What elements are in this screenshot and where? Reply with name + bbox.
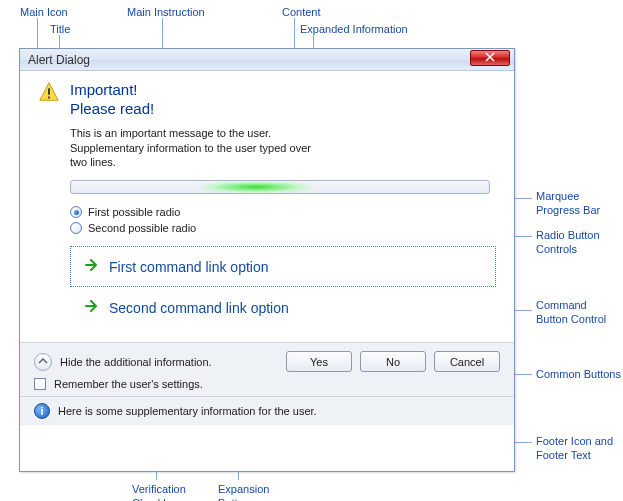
command-link-label: Second command link option [109,300,289,316]
command-link-label: First command link option [109,259,269,275]
radio-label: First possible radio [88,206,180,218]
callout-main-icon: Main Icon [20,6,68,18]
callout-common-buttons: Common Buttons [536,368,621,380]
radio-label: Second possible radio [88,222,196,234]
expanded-information: Supplementary information to the user ty… [70,141,330,171]
command-link-2[interactable]: Second command link option [70,287,496,328]
dialog-footer: Hide the additional information. Yes No … [20,342,514,425]
callout-command-button: Command Button Control [536,298,616,327]
callout-footer: Footer Icon and Footer Text [536,434,616,463]
svg-rect-0 [48,88,50,94]
verification-label: Remember the user's settings. [54,378,203,390]
arrow-right-icon [83,298,99,317]
no-button[interactable]: No [360,351,426,372]
close-button[interactable] [470,50,510,66]
arrow-right-icon [83,257,99,276]
radio-option-1[interactable]: First possible radio [70,204,496,220]
alert-dialog: Alert Dialog Important! Please read! Thi… [19,48,515,472]
callout-title: Title [50,23,70,35]
info-icon: i [34,403,50,419]
radio-icon [70,206,82,218]
cancel-button[interactable]: Cancel [434,351,500,372]
radio-option-2[interactable]: Second possible radio [70,220,496,236]
main-instruction: Important! Please read! [70,81,154,119]
radio-group: First possible radio Second possible rad… [70,204,496,236]
dialog-body: Important! Please read! This is an impor… [20,71,514,342]
verification-checkbox[interactable] [34,378,46,390]
callout-expansion: Expansion Button [218,482,278,501]
main-instruction-line2: Please read! [70,100,154,119]
svg-rect-1 [48,97,50,99]
dialog-title: Alert Dialog [28,53,90,67]
command-links: First command link option Second command… [70,246,496,328]
marquee-progress-bar [70,180,490,194]
expansion-button[interactable] [34,353,52,371]
warning-icon [38,81,60,127]
close-icon [485,51,495,65]
footer-text: Here is some supplementary information f… [58,405,317,417]
callout-verification: Verification Checkbox [132,482,192,501]
callout-main-instruction: Main Instruction [127,6,205,18]
divider [20,396,514,397]
expansion-label: Hide the additional information. [60,356,212,368]
callout-expanded-info: Expanded Information [300,23,408,35]
content-text: This is an important message to the user… [70,127,496,139]
callout-content: Content [282,6,321,18]
progress-glow [201,181,311,193]
callout-marquee: Marquee Progress Bar [536,189,606,218]
main-instruction-line1: Important! [70,81,154,100]
command-link-1[interactable]: First command link option [70,246,496,287]
radio-icon [70,222,82,234]
chevron-up-icon [38,356,48,368]
titlebar[interactable]: Alert Dialog [20,49,514,71]
common-buttons: Yes No Cancel [286,351,500,372]
callout-radio-controls: Radio Button Controls [536,228,616,257]
yes-button[interactable]: Yes [286,351,352,372]
